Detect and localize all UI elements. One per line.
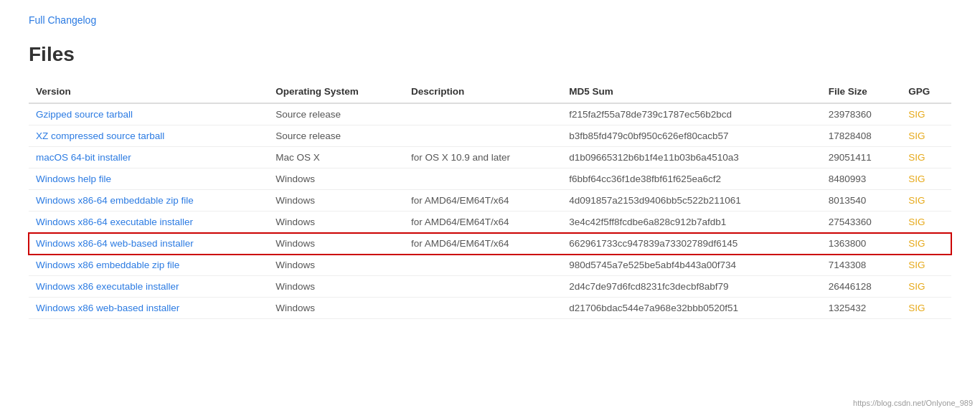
cell-version: Windows x86-64 executable installer [29, 212, 268, 233]
version-link[interactable]: Windows x86-64 embeddable zip file [36, 195, 194, 206]
cell-filesize: 8480993 [821, 168, 902, 190]
cell-filesize: 29051411 [821, 147, 902, 168]
version-link[interactable]: macOS 64-bit installer [36, 152, 131, 163]
cell-os: Windows [268, 190, 404, 212]
cell-os: Windows [268, 276, 404, 298]
cell-version: Windows help file [29, 168, 268, 190]
sig-link[interactable]: SIG [908, 238, 925, 249]
col-gpg: GPG [901, 80, 951, 103]
cell-os: Mac OS X [268, 147, 404, 168]
files-heading: Files [29, 43, 951, 66]
cell-md5: f215fa2f55a78de739c1787ec56b2bcd [562, 103, 821, 125]
cell-description [404, 125, 562, 147]
cell-md5: d1b09665312b6b1f4e11b03b6a4510a3 [562, 147, 821, 168]
cell-description: for OS X 10.9 and later [404, 147, 562, 168]
table-row: Windows x86 executable installerWindows2… [29, 276, 951, 298]
table-row: Windows x86 embeddable zip fileWindows98… [29, 255, 951, 276]
cell-os: Windows [268, 212, 404, 233]
version-link[interactable]: Windows help file [36, 174, 111, 184]
cell-filesize: 7143308 [821, 255, 902, 276]
sig-link[interactable]: SIG [908, 109, 925, 120]
version-link[interactable]: Windows x86 embeddable zip file [36, 260, 179, 270]
cell-os: Source release [268, 125, 404, 147]
cell-description: for AMD64/EM64T/x64 [404, 212, 562, 233]
cell-md5: 4d091857a2153d9406bb5c522b211061 [562, 190, 821, 212]
cell-version: Windows x86-64 embeddable zip file [29, 190, 268, 212]
cell-os: Windows [268, 168, 404, 190]
cell-gpg: SIG [901, 168, 951, 190]
cell-description [404, 276, 562, 298]
sig-link[interactable]: SIG [908, 152, 925, 163]
version-link[interactable]: Gzipped source tarball [36, 109, 133, 120]
cell-description [404, 168, 562, 190]
cell-description: for AMD64/EM64T/x64 [404, 233, 562, 255]
cell-gpg: SIG [901, 212, 951, 233]
cell-gpg: SIG [901, 103, 951, 125]
sig-link[interactable]: SIG [908, 281, 925, 292]
cell-filesize: 27543360 [821, 212, 902, 233]
cell-md5: 662961733cc947839a73302789df6145 [562, 233, 821, 255]
table-row: macOS 64-bit installerMac OS Xfor OS X 1… [29, 147, 951, 168]
sig-link[interactable]: SIG [908, 217, 925, 227]
cell-os: Windows [268, 298, 404, 319]
sig-link[interactable]: SIG [908, 130, 925, 141]
table-row: Windows help fileWindowsf6bbf64cc36f1de3… [29, 168, 951, 190]
cell-gpg: SIG [901, 125, 951, 147]
cell-version: Windows x86 web-based installer [29, 298, 268, 319]
cell-filesize: 8013540 [821, 190, 902, 212]
cell-os: Windows [268, 255, 404, 276]
cell-gpg: SIG [901, 276, 951, 298]
sig-link[interactable]: SIG [908, 260, 925, 270]
sig-link[interactable]: SIG [908, 195, 925, 206]
version-link[interactable]: Windows x86-64 web-based installer [36, 238, 194, 249]
col-version: Version [29, 80, 268, 103]
cell-version: Windows x86-64 web-based installer [29, 233, 268, 255]
cell-gpg: SIG [901, 190, 951, 212]
cell-gpg: SIG [901, 233, 951, 255]
cell-version: macOS 64-bit installer [29, 147, 268, 168]
version-link[interactable]: XZ compressed source tarball [36, 130, 164, 141]
cell-os: Windows [268, 233, 404, 255]
col-os: Operating System [268, 80, 404, 103]
cell-gpg: SIG [901, 147, 951, 168]
cell-gpg: SIG [901, 255, 951, 276]
sig-link[interactable]: SIG [908, 303, 925, 313]
table-row: Gzipped source tarballSource releasef215… [29, 103, 951, 125]
cell-version: Windows x86 embeddable zip file [29, 255, 268, 276]
table-body: Gzipped source tarballSource releasef215… [29, 103, 951, 319]
cell-gpg: SIG [901, 298, 951, 319]
col-md5: MD5 Sum [562, 80, 821, 103]
col-description: Description [404, 80, 562, 103]
cell-md5: b3fb85fd479c0bf950c626ef80cacb57 [562, 125, 821, 147]
cell-md5: 2d4c7de97d6fcd8231fc3decbf8abf79 [562, 276, 821, 298]
cell-version: Gzipped source tarball [29, 103, 268, 125]
version-link[interactable]: Windows x86 web-based installer [36, 303, 179, 313]
cell-md5: 3e4c42f5ff8fcdbe6a828c912b7afdb1 [562, 212, 821, 233]
cell-filesize: 23978360 [821, 103, 902, 125]
sig-link[interactable]: SIG [908, 174, 925, 184]
cell-description [404, 298, 562, 319]
cell-description [404, 103, 562, 125]
cell-filesize: 17828408 [821, 125, 902, 147]
version-link[interactable]: Windows x86-64 executable installer [36, 217, 193, 227]
cell-filesize: 1325432 [821, 298, 902, 319]
table-row: Windows x86-64 web-based installerWindow… [29, 233, 951, 255]
table-header: Version Operating System Description MD5… [29, 80, 951, 103]
cell-description [404, 255, 562, 276]
files-table: Version Operating System Description MD5… [29, 80, 951, 319]
table-row: Windows x86 web-based installerWindowsd2… [29, 298, 951, 319]
cell-md5: 980d5745a7e525be5abf4b443a00f734 [562, 255, 821, 276]
cell-version: XZ compressed source tarball [29, 125, 268, 147]
cell-md5: d21706bdac544e7a968e32bbb0520f51 [562, 298, 821, 319]
full-changelog-link[interactable]: Full Changelog [29, 14, 96, 26]
table-row: XZ compressed source tarballSource relea… [29, 125, 951, 147]
cell-md5: f6bbf64cc36f1de38fbf61f625ea6cf2 [562, 168, 821, 190]
table-row: Windows x86-64 embeddable zip fileWindow… [29, 190, 951, 212]
cell-filesize: 26446128 [821, 276, 902, 298]
cell-description: for AMD64/EM64T/x64 [404, 190, 562, 212]
version-link[interactable]: Windows x86 executable installer [36, 281, 179, 292]
cell-filesize: 1363800 [821, 233, 902, 255]
col-filesize: File Size [821, 80, 902, 103]
cell-os: Source release [268, 103, 404, 125]
table-row: Windows x86-64 executable installerWindo… [29, 212, 951, 233]
